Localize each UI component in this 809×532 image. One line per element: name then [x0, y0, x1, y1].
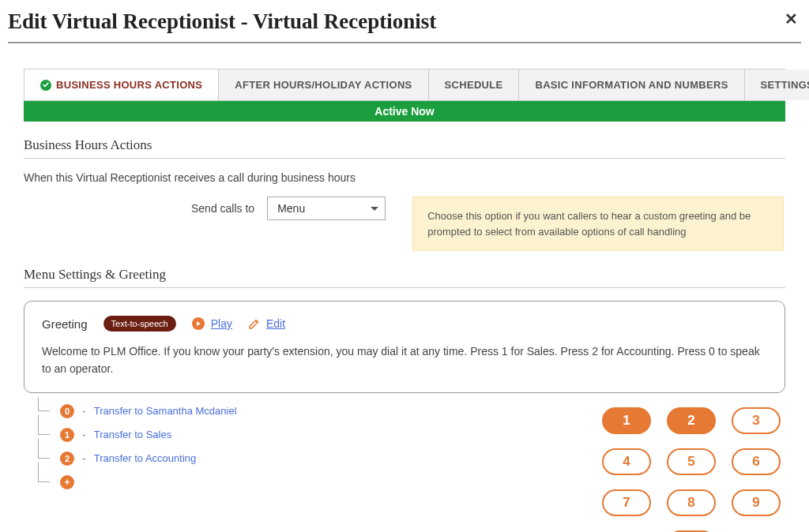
tab-schedule[interactable]: SCHEDULE — [429, 69, 520, 100]
greeting-label: Greeting — [42, 317, 88, 331]
send-calls-wrap: Send calls to Menu — [191, 197, 386, 220]
keypad-key-4[interactable]: 4 — [602, 448, 651, 475]
call-rule: 2 - Transfer to Accounting — [24, 447, 602, 470]
add-rule-row: + — [24, 470, 602, 494]
tab-label: AFTER HOURS/HOLIDAY ACTIONS — [235, 79, 412, 91]
tab-bar: BUSINESS HOURS ACTIONS AFTER HOURS/HOLID… — [24, 69, 785, 101]
business-hours-actions-section: Business Hours Actions When this Virtual… — [24, 137, 785, 251]
edit-label: Edit — [266, 317, 285, 330]
menu-settings-section: Menu Settings & Greeting Greeting Text-t… — [24, 267, 785, 532]
keypad: 1 2 3 4 5 6 7 8 9 0 — [602, 407, 781, 532]
rule-action-link[interactable]: Transfer to Accounting — [94, 452, 197, 464]
keypad-key-3[interactable]: 3 — [732, 407, 781, 434]
key-badge: 0 — [60, 404, 74, 418]
plus-icon[interactable]: + — [60, 475, 74, 489]
call-rule: 1 - Transfer to Sales — [24, 423, 602, 447]
keypad-key-7[interactable]: 7 — [602, 489, 651, 516]
section-title: Business Hours Actions — [24, 137, 785, 159]
info-note: Choose this option if you want callers t… — [412, 197, 784, 251]
greeting-card: Greeting Text-to-speech Play Edit Welcom… — [24, 301, 785, 393]
keypad-key-1[interactable]: 1 — [602, 407, 651, 434]
tab-business-hours-actions[interactable]: BUSINESS HOURS ACTIONS — [24, 69, 219, 100]
section-description: When this Virtual Receptionist receives … — [24, 171, 785, 184]
keypad-key-6[interactable]: 6 — [732, 448, 781, 475]
play-icon — [192, 317, 205, 330]
send-calls-dropdown[interactable]: Menu — [267, 197, 386, 220]
status-bar: Active Now — [24, 101, 785, 122]
play-button[interactable]: Play — [192, 317, 232, 330]
tab-label: BUSINESS HOURS ACTIONS — [56, 79, 202, 91]
keypad-key-5[interactable]: 5 — [667, 448, 716, 475]
send-calls-row: Send calls to Menu Choose this option if… — [24, 197, 785, 251]
keypad-key-2[interactable]: 2 — [667, 407, 716, 434]
tabs-block: BUSINESS HOURS ACTIONS AFTER HOURS/HOLID… — [24, 69, 785, 122]
call-rule: 0 - Transfer to Samantha Mcdaniel — [24, 399, 602, 423]
keypad-key-9[interactable]: 9 — [732, 489, 781, 516]
dash: - — [82, 452, 86, 465]
close-icon[interactable]: ✕ — [781, 9, 801, 28]
play-label: Play — [211, 317, 232, 330]
tab-basic-information-and-numbers[interactable]: BASIC INFORMATION AND NUMBERS — [519, 69, 744, 100]
key-badge: 1 — [60, 428, 74, 442]
key-badge: 2 — [60, 451, 74, 466]
dash: - — [82, 405, 86, 418]
page-title: Edit Virtual Receptionist - Virtual Rece… — [8, 9, 436, 34]
edit-button[interactable]: Edit — [248, 317, 285, 330]
check-circle-icon — [40, 80, 51, 91]
tab-label: SCHEDULE — [445, 79, 503, 91]
rule-action-link[interactable]: Transfer to Samantha Mcdaniel — [94, 405, 237, 417]
chevron-down-icon — [371, 207, 378, 211]
tab-after-hours-holiday-actions[interactable]: AFTER HOURS/HOLIDAY ACTIONS — [219, 69, 428, 100]
tab-label: SETTINGS — [761, 79, 809, 91]
greeting-header: Greeting Text-to-speech Play Edit — [42, 316, 767, 332]
call-rules-tree: 0 - Transfer to Samantha Mcdaniel 1 - Tr… — [24, 399, 602, 532]
tab-label: BASIC INFORMATION AND NUMBERS — [535, 79, 728, 91]
pencil-icon — [248, 318, 260, 330]
dialog-header: Edit Virtual Receptionist - Virtual Rece… — [8, 6, 801, 43]
send-calls-label: Send calls to — [191, 202, 254, 215]
dropdown-value: Menu — [277, 202, 305, 215]
menu-body: 0 - Transfer to Samantha Mcdaniel 1 - Tr… — [24, 399, 785, 532]
keypad-key-8[interactable]: 8 — [667, 489, 716, 516]
tab-settings[interactable]: SETTINGS — [745, 69, 809, 100]
rule-action-link[interactable]: Transfer to Sales — [94, 429, 172, 440]
greeting-text: Welcome to PLM Office. If you know your … — [42, 343, 767, 378]
dash: - — [82, 429, 86, 441]
tts-badge: Text-to-speech — [103, 316, 176, 332]
section-title: Menu Settings & Greeting — [24, 267, 785, 288]
